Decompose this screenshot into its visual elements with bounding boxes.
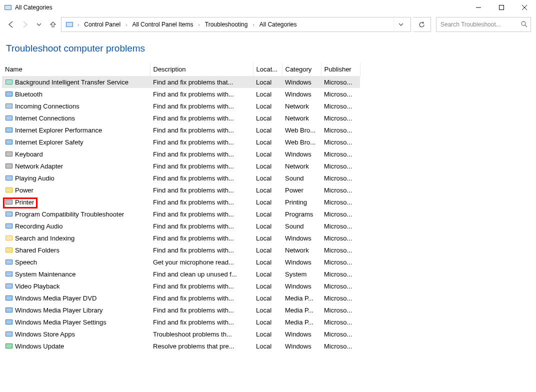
- svg-rect-1: [5, 6, 11, 10]
- table-row[interactable]: Background Intelligent Transfer ServiceF…: [2, 76, 360, 88]
- breadcrumb-troubleshooting[interactable]: Troubleshooting: [203, 21, 250, 28]
- table-row[interactable]: Network AdapterFind and fix problems wit…: [2, 160, 360, 172]
- row-publisher: Microso...: [321, 160, 360, 172]
- table-row[interactable]: Windows Media Player SettingsFind and fi…: [2, 316, 360, 328]
- row-category: Power: [282, 184, 321, 196]
- troubleshooter-icon: [5, 342, 13, 350]
- search-input[interactable]: [440, 20, 518, 28]
- troubleshooter-icon: [5, 282, 13, 290]
- row-publisher: Microso...: [321, 124, 360, 136]
- table-row[interactable]: Playing AudioFind and fix problems with.…: [2, 172, 360, 184]
- svg-rect-37: [6, 236, 12, 240]
- recent-dropdown-button[interactable]: [33, 18, 45, 30]
- search-icon: [520, 20, 528, 29]
- row-category: Network: [282, 160, 321, 172]
- table-row[interactable]: Shared FoldersFind and fix problems with…: [2, 244, 360, 256]
- row-description: Find and fix problems with...: [150, 196, 253, 208]
- row-description: Find and fix problems with...: [150, 124, 253, 136]
- row-name-label: Internet Connections: [15, 114, 75, 122]
- search-box[interactable]: [436, 17, 531, 32]
- row-category: Web Bro...: [282, 136, 321, 148]
- row-location: Local: [253, 88, 282, 100]
- row-publisher: Microso...: [321, 184, 360, 196]
- troubleshooter-icon: [5, 138, 13, 146]
- row-name-label: Internet Explorer Performance: [15, 126, 102, 134]
- row-category: System: [282, 268, 321, 280]
- col-publisher[interactable]: Publisher: [321, 63, 360, 76]
- minimize-button[interactable]: [467, 0, 490, 15]
- col-category[interactable]: Category: [282, 63, 321, 76]
- address-bar[interactable]: › Control Panel › All Control Panel Item…: [61, 17, 411, 32]
- row-category: Media P...: [282, 316, 321, 328]
- table-row[interactable]: Windows UpdateResolve problems that pre.…: [2, 340, 360, 352]
- refresh-button[interactable]: [413, 17, 431, 32]
- table-row[interactable]: BluetoothFind and fix problems with...Lo…: [2, 88, 360, 100]
- address-dropdown-button[interactable]: [394, 18, 408, 32]
- back-button[interactable]: [5, 18, 17, 30]
- col-name[interactable]: Name: [2, 63, 150, 76]
- control-panel-icon: [64, 20, 74, 28]
- chevron-right-icon[interactable]: ›: [124, 22, 128, 28]
- breadcrumb-all-items[interactable]: All Control Panel Items: [130, 21, 195, 28]
- row-name-label: Power: [15, 186, 34, 194]
- chevron-right-icon[interactable]: ›: [252, 22, 255, 28]
- breadcrumb-control-panel[interactable]: Control Panel: [82, 21, 122, 28]
- row-publisher: Microso...: [321, 280, 360, 292]
- svg-rect-27: [6, 176, 12, 180]
- row-location: Local: [253, 124, 282, 136]
- table-row[interactable]: Video PlaybackFind and fix problems with…: [2, 280, 360, 292]
- row-description: Troubleshoot problems th...: [150, 328, 253, 340]
- row-category: Windows: [282, 280, 321, 292]
- up-button[interactable]: [47, 18, 59, 30]
- table-row[interactable]: System MaintenanceFind and clean up unus…: [2, 268, 360, 280]
- svg-rect-23: [6, 152, 12, 156]
- table-row[interactable]: KeyboardFind and fix problems with...Loc…: [2, 148, 360, 160]
- svg-line-9: [525, 25, 527, 27]
- row-description: Find and clean up unused f...: [150, 268, 253, 280]
- table-row[interactable]: Incoming ConnectionsFind and fix problem…: [2, 100, 360, 112]
- table-row[interactable]: Windows Media Player LibraryFind and fix…: [2, 304, 360, 316]
- maximize-button[interactable]: [490, 0, 513, 15]
- table-row[interactable]: SpeechGet your microphone read...LocalWi…: [2, 256, 360, 268]
- table-row[interactable]: PrinterFind and fix problems with...Loca…: [2, 196, 360, 208]
- row-description: Find and fix problems with...: [150, 184, 253, 196]
- row-publisher: Microso...: [321, 76, 360, 88]
- row-publisher: Microso...: [321, 196, 360, 208]
- col-location[interactable]: Locat...: [253, 63, 282, 76]
- svg-point-8: [522, 22, 526, 26]
- table-row[interactable]: Program Compatibility TroubleshooterFind…: [2, 208, 360, 220]
- row-category: Windows: [282, 88, 321, 100]
- table-row[interactable]: PowerFind and fix problems with...LocalP…: [2, 184, 360, 196]
- chevron-right-icon[interactable]: ›: [76, 22, 80, 28]
- row-publisher: Microso...: [321, 268, 360, 280]
- table-row[interactable]: Recording AudioFind and fix problems wit…: [2, 220, 360, 232]
- row-name-label: Shared Folders: [15, 246, 60, 254]
- col-description[interactable]: Description: [150, 63, 253, 76]
- row-publisher: Microso...: [321, 112, 360, 124]
- row-category: Media P...: [282, 292, 321, 304]
- row-name-label: Windows Media Player DVD: [15, 294, 96, 302]
- row-name-label: Keyboard: [15, 150, 43, 158]
- close-button[interactable]: [513, 0, 536, 15]
- forward-button[interactable]: [19, 18, 31, 30]
- row-description: Get your microphone read...: [150, 256, 253, 268]
- table-row[interactable]: Internet Explorer SafetyFind and fix pro…: [2, 136, 360, 148]
- breadcrumb-all-categories[interactable]: All Categories: [258, 21, 299, 28]
- troubleshooter-icon: [5, 330, 13, 338]
- row-publisher: Microso...: [321, 316, 360, 328]
- nav-toolbar: › Control Panel › All Control Panel Item…: [0, 15, 536, 34]
- table-row[interactable]: Internet ConnectionsFind and fix problem…: [2, 112, 360, 124]
- troubleshooter-icon: [5, 306, 13, 314]
- table-row[interactable]: Internet Explorer PerformanceFind and fi…: [2, 124, 360, 136]
- row-category: Network: [282, 244, 321, 256]
- row-location: Local: [253, 328, 282, 340]
- page-title: Troubleshoot computer problems: [0, 34, 536, 63]
- table-row[interactable]: Windows Media Player DVDFind and fix pro…: [2, 292, 360, 304]
- table-row[interactable]: Windows Store AppsTroubleshoot problems …: [2, 328, 360, 340]
- chevron-right-icon[interactable]: ›: [197, 22, 200, 28]
- troubleshooter-icon: [5, 78, 13, 86]
- svg-rect-35: [6, 224, 12, 228]
- row-description: Find and fix problems with...: [150, 208, 253, 220]
- row-category: Network: [282, 100, 321, 112]
- table-row[interactable]: Search and IndexingFind and fix problems…: [2, 232, 360, 244]
